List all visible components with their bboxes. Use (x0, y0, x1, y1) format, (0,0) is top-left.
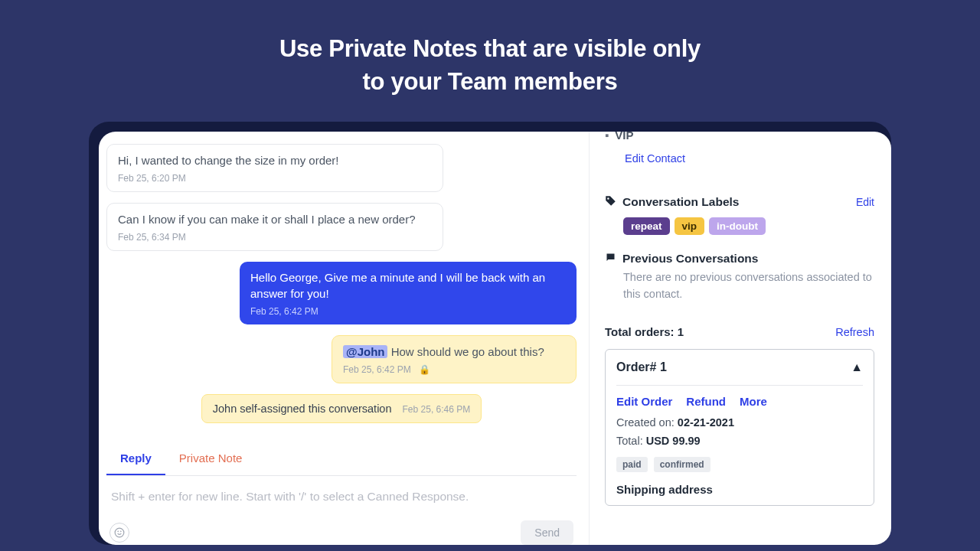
tag-icon (605, 195, 616, 210)
message-text: Hello George, Give me a minute and I wil… (250, 269, 566, 302)
total-orders-label: Total orders: (605, 325, 678, 338)
chevron-up-icon: ▲ (851, 360, 863, 374)
system-event-timestamp: Feb 25, 6:46 PM (403, 404, 471, 415)
order-title: Order# 1 (616, 360, 667, 374)
label-repeat[interactable]: repeat (623, 217, 670, 235)
order-status-tags: paid confirmed (616, 457, 863, 472)
shipping-address-heading: Shipping address (616, 483, 863, 496)
tab-reply[interactable]: Reply (106, 444, 165, 475)
edit-order-link[interactable]: Edit Order (616, 395, 672, 408)
order-card-header[interactable]: Order# 1 ▲ (616, 360, 863, 386)
contact-sidebar: ▪ VIP Edit Contact Conversation Labels E… (589, 132, 891, 545)
message-timestamp: Feb 25, 6:42 PM (250, 306, 566, 317)
message-text: Hi, I wanted to change the size in my or… (118, 152, 432, 168)
order-meta: Created on: 02-21-2021 Total: USD 99.99 (616, 414, 863, 451)
message-timestamp: Feb 25, 6:20 PM (118, 173, 432, 184)
message-text: @John How should we go about this? (343, 344, 565, 360)
order-created-date: 02-21-2021 (678, 416, 734, 429)
section-title: Conversation Labels (622, 195, 739, 209)
message-timestamp: Feb 25, 6:42 PM (343, 364, 411, 375)
more-link[interactable]: More (740, 395, 767, 408)
chat-icon (605, 252, 616, 266)
private-note-message: @John How should we go about this? Feb 2… (332, 335, 577, 383)
system-event: John self-assigned this conversation Feb… (201, 394, 482, 423)
section-title: Previous Conversations (622, 252, 758, 266)
tab-private-note[interactable]: Private Note (165, 444, 256, 475)
previous-conversations-empty: There are no previous conversations asso… (623, 269, 874, 303)
total-orders-count: 1 (678, 325, 684, 338)
svg-point-1 (118, 531, 119, 532)
edit-labels-link[interactable]: Edit (856, 196, 874, 208)
marketing-headline: Use Private Notes that are visible only … (0, 0, 980, 122)
system-event-text: John self-assigned this conversation (213, 403, 392, 415)
previous-conversations-header: Previous Conversations (605, 252, 874, 266)
customer-message: Can I know if you can make it or shall I… (106, 203, 443, 251)
edit-contact-link[interactable]: Edit Contact (625, 152, 874, 165)
app-window: Hi, I wanted to change the size in my or… (99, 132, 891, 545)
message-timestamp: Feb 25, 6:34 PM (118, 232, 432, 243)
conversation-pane: Hi, I wanted to change the size in my or… (99, 132, 589, 545)
composer-placeholder: Shift + enter for new line. Start with '… (111, 490, 572, 504)
composer-tabs: Reply Private Note (106, 444, 577, 476)
order-card: Order# 1 ▲ Edit Order Refund More Create… (605, 349, 874, 506)
conversation-labels-header: Conversation Labels Edit (605, 195, 874, 210)
customer-message: Hi, I wanted to change the size in my or… (106, 144, 443, 192)
vip-label: VIP (615, 132, 633, 142)
refresh-link[interactable]: Refresh (835, 326, 874, 338)
agent-message: Hello George, Give me a minute and I wil… (240, 262, 577, 324)
send-button[interactable]: Send (521, 520, 573, 545)
label-list: repeat vip in-doubt (623, 217, 874, 235)
svg-point-0 (115, 528, 124, 537)
message-list: Hi, I wanted to change the size in my or… (106, 141, 577, 439)
message-text: Can I know if you can make it or shall I… (118, 211, 432, 227)
lock-icon: 🔒 (419, 364, 430, 375)
status-paid: paid (616, 457, 648, 472)
status-confirmed: confirmed (654, 457, 710, 472)
vip-tag-row: ▪ VIP (605, 132, 874, 142)
label-vip[interactable]: vip (675, 217, 705, 235)
order-total: USD 99.99 (646, 435, 701, 447)
order-actions: Edit Order Refund More (616, 395, 863, 408)
orders-header: Total orders: 1 Refresh (605, 325, 874, 338)
refund-link[interactable]: Refund (686, 395, 726, 408)
composer-input[interactable]: Shift + enter for new line. Start with '… (106, 476, 577, 513)
emoji-icon[interactable] (109, 523, 129, 543)
svg-point-2 (120, 531, 121, 532)
window-frame: Hi, I wanted to change the size in my or… (89, 122, 891, 545)
label-in-doubt[interactable]: in-doubt (709, 217, 766, 235)
mention-chip[interactable]: @John (343, 345, 387, 358)
composer-footer: Send (106, 513, 577, 545)
tag-icon: ▪ (605, 132, 609, 142)
